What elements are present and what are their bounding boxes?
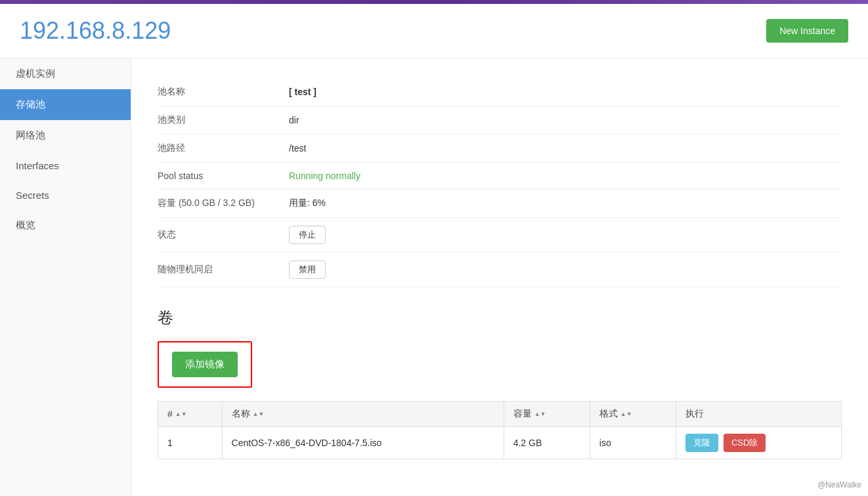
volumes-title: 卷 (158, 307, 842, 328)
stop-button[interactable]: 停止 (289, 226, 326, 244)
watermark: @NeaWalke (817, 480, 861, 489)
pool-autostart-row: 随物理机同启 禁用 (158, 253, 842, 287)
col-format: 格式 ▲▼ (590, 402, 676, 427)
col-actions: 执行 (676, 402, 842, 427)
cell-name: CentOS-7-x86_64-DVD-1804-7.5.iso (222, 427, 504, 459)
pool-capacity-row: 容量 (50.0 GB / 3.2 GB) 用量: 6% (158, 190, 842, 218)
sidebar: 虚机实例 存储池 网络池 Interfaces Secrets 概览 (0, 58, 131, 496)
sort-icon-index[interactable]: ▲▼ (175, 411, 187, 417)
volumes-table: # ▲▼ 名称 ▲▼ 容量 ▲▼ (158, 401, 842, 459)
add-image-button[interactable]: 添加镜像 (172, 352, 238, 377)
sort-icon-size[interactable]: ▲▼ (534, 411, 546, 417)
delete-button[interactable]: CSD除 (724, 434, 766, 452)
pool-status-row: Pool status Running normally (158, 163, 842, 190)
cell-actions: 克隆 CSD除 (676, 427, 842, 459)
main-content: 池名称 [ test ] 池类别 dir 池路径 /test (131, 58, 868, 496)
page-title: 192.168.8.129 (20, 17, 171, 45)
sidebar-item-network-pool[interactable]: 网络池 (0, 120, 131, 151)
sort-icon-name[interactable]: ▲▼ (253, 411, 265, 417)
pool-info-table: 池名称 [ test ] 池类别 dir 池路径 /test (158, 78, 842, 287)
header: 192.168.8.129 New Instance (0, 4, 868, 58)
cell-size: 4.2 GB (504, 427, 590, 459)
disable-button[interactable]: 禁用 (289, 260, 326, 279)
main-layout: 虚机实例 存储池 网络池 Interfaces Secrets 概览 池名称 [… (0, 58, 868, 496)
pool-state-row: 状态 停止 (158, 218, 842, 253)
new-instance-button[interactable]: New Instance (766, 19, 848, 43)
table-row: 1 CentOS-7-x86_64-DVD-1804-7.5.iso 4.2 G… (158, 427, 842, 459)
cell-format: iso (590, 427, 676, 459)
sidebar-item-storage-pool[interactable]: 存储池 (0, 89, 131, 120)
sidebar-item-overview[interactable]: 概览 (0, 210, 131, 241)
pool-type-row: 池类别 dir (158, 106, 842, 134)
clone-button[interactable]: 克隆 (685, 434, 718, 452)
col-size: 容量 ▲▼ (504, 402, 590, 427)
col-index: # ▲▼ (158, 402, 223, 427)
pool-name-row: 池名称 [ test ] (158, 78, 842, 106)
pool-path-row: 池路径 /test (158, 134, 842, 163)
sidebar-item-vm-instances[interactable]: 虚机实例 (0, 58, 131, 89)
sidebar-item-interfaces[interactable]: Interfaces (0, 151, 131, 180)
cell-index: 1 (158, 427, 223, 459)
sort-icon-format[interactable]: ▲▼ (620, 411, 632, 417)
add-image-container: 添加镜像 (158, 341, 252, 388)
col-name: 名称 ▲▼ (222, 402, 504, 427)
sidebar-item-secrets[interactable]: Secrets (0, 180, 131, 210)
